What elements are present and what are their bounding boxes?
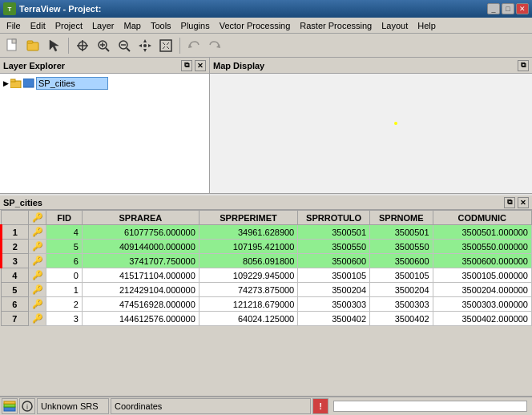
row-sprarea: 409144000.000000: [82, 240, 199, 254]
layer-explorer-header: Layer Explorer ⧉ ✕: [0, 58, 209, 74]
row-fid: 0: [46, 268, 83, 283]
layer-item-sp-cities[interactable]: ▶ SP_cities: [2, 75, 208, 91]
menu-layer[interactable]: Layer: [87, 19, 119, 32]
toolbar-zoom-out-button[interactable]: [115, 36, 134, 55]
row-sprarea: 212429104.000000: [82, 283, 199, 297]
row-sprrotulo: 3500600: [298, 254, 370, 268]
svg-text:i: i: [26, 403, 28, 411]
row-sprrotulo: 3500501: [298, 225, 370, 240]
row-sprnome: 3500105: [370, 268, 433, 283]
map-canvas: [210, 74, 532, 193]
row-sprnome: 3500501: [370, 225, 433, 240]
svg-rect-20: [160, 40, 171, 51]
row-key-icon: 🔑: [28, 283, 46, 297]
svg-line-22: [167, 42, 169, 45]
menu-tools[interactable]: Tools: [146, 19, 176, 32]
col-header-sprarea[interactable]: SPRAREA: [82, 211, 199, 225]
row-codmunic: 3500402.000000: [433, 312, 531, 326]
svg-rect-30: [4, 407, 15, 411]
toolbar-cursor-button[interactable]: [73, 36, 92, 55]
svg-line-14: [127, 48, 130, 51]
toolbar-redo-button[interactable]: [205, 36, 224, 55]
svg-marker-18: [148, 44, 151, 47]
menu-plugins[interactable]: Plugins: [176, 19, 215, 32]
menu-edit[interactable]: Edit: [26, 19, 50, 32]
layer-explorer-title: Layer Explorer: [3, 61, 65, 71]
toolbar-pan-button[interactable]: [135, 36, 155, 55]
menu-vector-processing[interactable]: Vector Processing: [215, 19, 296, 32]
row-sprperimet: 121218.679000: [199, 297, 297, 312]
menu-raster-processing[interactable]: Raster Processing: [295, 19, 377, 32]
table-close-button[interactable]: ✕: [518, 197, 529, 208]
toolbar-separator-1: [68, 38, 69, 54]
layer-tree: ▶ SP_cities: [0, 74, 209, 193]
toolbar-new-button[interactable]: [3, 36, 22, 55]
row-sprarea: 474516928.000000: [82, 297, 199, 312]
row-sprnome: 3500600: [370, 254, 433, 268]
toolbar-undo-button[interactable]: [184, 36, 204, 55]
menu-file[interactable]: File: [2, 19, 26, 32]
row-sprarea: 61077756.000000: [82, 225, 199, 240]
col-header-codmunic[interactable]: CODMUNIC: [433, 211, 531, 225]
map-display-float-button[interactable]: ⧉: [518, 60, 529, 71]
row-key-icon: 🔑: [28, 240, 46, 254]
status-srs-label: Unknown SRS: [41, 401, 99, 411]
status-srs: Unknown SRS: [37, 398, 109, 414]
col-header-sprnome[interactable]: SPRNOME: [370, 211, 433, 225]
svg-rect-3: [27, 41, 33, 43]
toolbar-open-button[interactable]: [24, 36, 43, 55]
status-coords-label: Coordinates: [115, 401, 162, 411]
toolbar-separator-2: [179, 38, 180, 54]
row-number: 7: [2, 312, 29, 326]
row-codmunic: 3500600.000000: [433, 254, 531, 268]
col-header-sprperimet[interactable]: SPRPERIMET: [199, 211, 297, 225]
svg-rect-1: [12, 39, 16, 43]
row-sprperimet: 107195.421000: [199, 240, 297, 254]
layer-expand-icon[interactable]: ▶: [3, 79, 9, 87]
row-sprarea: 3741707.750000: [82, 254, 199, 268]
table-row[interactable]: 2 🔑 5 409144000.000000 107195.421000 350…: [2, 240, 532, 254]
layer-explorer-float-button[interactable]: ⧉: [181, 60, 192, 71]
table-row[interactable]: 7 🔑 3 144612576.000000 64024.125000 3500…: [2, 312, 532, 326]
table-row[interactable]: 5 🔑 1 212429104.000000 74273.875000 3500…: [2, 283, 532, 297]
close-button[interactable]: ✕: [516, 3, 529, 14]
menu-help[interactable]: Help: [413, 19, 441, 32]
row-key-icon: 🔑: [28, 225, 46, 240]
col-header-key: 🔑: [28, 211, 46, 225]
menu-layout[interactable]: Layout: [377, 19, 413, 32]
menu-project[interactable]: Project: [50, 19, 87, 32]
row-codmunic: 3500550.000000: [433, 240, 531, 254]
svg-line-11: [106, 48, 109, 51]
toolbar-zoom-in-button[interactable]: [94, 36, 113, 55]
row-sprarea: 144612576.000000: [82, 312, 199, 326]
status-layer-icon[interactable]: [2, 398, 18, 414]
row-sprperimet: 34961.628900: [199, 225, 297, 240]
row-sprnome: 3500204: [370, 283, 433, 297]
toolbar-arrow-button[interactable]: [45, 36, 64, 55]
row-sprrotulo: 3500303: [298, 297, 370, 312]
layer-folder-icon: [10, 79, 22, 88]
map-display-header: Map Display ⧉: [210, 58, 532, 74]
svg-rect-31: [4, 404, 15, 407]
maximize-button[interactable]: □: [502, 3, 514, 14]
table-row[interactable]: 6 🔑 2 474516928.000000 121218.679000 350…: [2, 297, 532, 312]
svg-line-23: [163, 46, 165, 49]
status-info-icon[interactable]: i: [19, 398, 35, 414]
menu-map[interactable]: Map: [119, 19, 145, 32]
table-scroll-container[interactable]: 🔑 FID SPRAREA SPRPERIMET SPRROTULO SPRNO…: [0, 210, 532, 396]
table-row[interactable]: 4 🔑 0 415171104.000000 109229.945000 350…: [2, 268, 532, 283]
status-bar: i Unknown SRS Coordinates !: [0, 396, 532, 415]
table-float-button[interactable]: ⧉: [504, 197, 515, 208]
table-row[interactable]: 1 🔑 4 61077756.000000 34961.628900 35005…: [2, 225, 532, 240]
status-warning-icon[interactable]: !: [312, 398, 328, 414]
col-header-sprrotulo[interactable]: SPRROTULO: [298, 211, 370, 225]
table-row[interactable]: 3 🔑 6 3741707.750000 8056.091800 3500600…: [2, 254, 532, 268]
svg-marker-15: [143, 39, 147, 42]
row-sprnome: 3500303: [370, 297, 433, 312]
layer-explorer-close-button[interactable]: ✕: [195, 60, 206, 71]
toolbar-zoom-extent-button[interactable]: [156, 36, 175, 55]
col-header-fid[interactable]: FID: [46, 211, 83, 225]
row-codmunic: 3500501.000000: [433, 225, 531, 240]
minimize-button[interactable]: _: [487, 3, 500, 14]
title-bar: T TerraView - Project: _ □ ✕: [0, 0, 532, 18]
